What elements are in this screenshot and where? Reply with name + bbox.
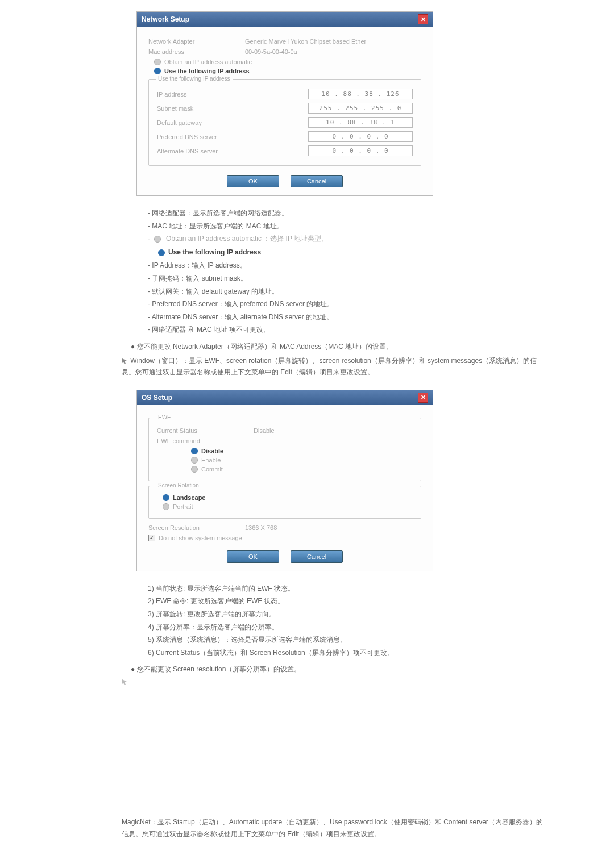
list-item: - Altermate DNS server：输入 alternate DNS … [148,311,546,324]
list-item: Use the following IP address [158,247,546,259]
list-item: - IP Address：输入 IP address。 [148,260,546,272]
radio-icon [163,503,169,510]
ok-button[interactable]: OK [227,175,279,187]
checkbox-label: Do not show system message [159,535,242,541]
list-item: 3) 屏幕旋转: 更改所选客户端的屏幕方向。 [148,608,546,621]
rotation-fieldset: Screen Rotation Landscape Portrait [148,486,421,519]
list-item: - 默认网关：输入 default gateway 的地址。 [148,286,546,298]
list-item: - Obtain an IP address automatic ：选择 IP … [148,233,546,245]
pointer-icon [122,358,128,365]
radio-icon [154,236,161,243]
fieldset-legend: Use the following IP address [156,76,233,82]
close-icon[interactable]: ✕ [418,14,428,24]
subnet-input[interactable]: 255 . 255 . 255 . 0 [308,103,413,114]
cancel-button[interactable]: Cancel [291,175,343,187]
pref-dns-label: Preferred DNS server [157,133,217,140]
ewf-command-label: EWF command [157,437,254,444]
list-item: 6) Current Status（当前状态）和 Screen Resoluti… [148,647,546,660]
gateway-input[interactable]: 10 . 88 . 38 . 1 [308,117,413,128]
radio-icon [154,59,161,65]
note-network: 您不能更改 Network Adapter（网络适配器）和 MAC Addres… [131,342,546,352]
list-item: 1) 当前状态: 显示所选客户端当前的 EWF 状态。 [148,583,546,595]
list-item: - 子网掩码：输入 subnet mask。 [148,273,546,285]
adapter-label: Network Adapter [148,38,245,45]
magicnet-section: MagicNet：显示 Startup（启动）、Automatic update… [122,816,546,840]
network-description-list: - 网络适配器：显示所选客户端的网络适配器。 - MAC 地址：显示所选客户端的… [148,207,546,336]
adapter-value: Generic Marvell Yukon Chipset based Ethe… [245,38,366,45]
dialog-title: Network Setup [142,15,189,23]
radio-commit[interactable]: Commit [191,466,413,473]
ip-fieldset: Use the following IP address IP address1… [148,79,421,166]
list-item: - Preferred DNS server：输入 preferred DNS … [148,298,546,311]
pref-dns-input[interactable]: 0 . 0 . 0 . 0 [308,131,413,142]
resolution-value: 1366 X 768 [245,524,277,531]
cancel-button[interactable]: Cancel [291,550,343,563]
window-section: Window（窗口）：显示 EWF、screen rotation（屏幕旋转）、… [122,355,546,378]
dialog-header: OS Setup ✕ [137,390,433,405]
gateway-label: Default gateway [157,119,202,126]
radio-obtain[interactable]: Obtain an IP address automatic [154,59,421,65]
ip-address-input[interactable]: 10 . 88 . 38 . 126 [308,89,413,99]
checkbox-icon[interactable]: ✓ [148,535,155,541]
ewf-fieldset: EWF Current Status Disable EWF command D… [148,418,421,481]
radio-icon [191,466,198,473]
pointer-only [122,678,546,686]
current-status-label: Current Status [157,427,254,434]
list-item: - 网络适配器 和 MAC 地址 项不可更改。 [148,324,546,336]
subnet-label: Subnet mask [157,105,193,112]
list-item: 5) 系统消息（系统消息）：选择是否显示所选客户端的系统消息。 [148,634,546,646]
radio-icon [158,249,165,256]
radio-enable[interactable]: Enable [191,457,413,464]
ip-label: IP address [157,91,186,98]
resolution-label: Screen Resolution [148,524,245,531]
list-item: - 网络适配器：显示所选客户端的网络适配器。 [148,207,546,220]
current-status-value: Disable [254,427,275,434]
mac-value: 00-09-5a-00-40-0a [245,48,297,55]
radio-disable[interactable]: Disable [191,448,413,454]
fieldset-legend: Screen Rotation [156,482,201,489]
network-setup-dialog: Network Setup ✕ Network Adapter Generic … [136,11,433,196]
pointer-icon [122,679,128,686]
note-os: 您不能更改 Screen resolution（屏幕分辨率）的设置。 [131,665,546,674]
radio-icon [191,448,198,454]
close-icon[interactable]: ✕ [418,393,428,403]
fieldset-legend: EWF [156,414,173,420]
list-item: 4) 屏幕分辨率：显示所选客户端的分辨率。 [148,621,546,634]
radio-following[interactable]: Use the following IP address [154,68,421,74]
os-setup-dialog: OS Setup ✕ EWF Current Status Disable EW… [136,390,433,571]
radio-icon [154,68,161,74]
dialog-header: Network Setup ✕ [137,12,433,27]
dialog-title: OS Setup [142,394,172,402]
os-description-list: 1) 当前状态: 显示所选客户端当前的 EWF 状态。 2) EWF 命令: 更… [148,583,546,660]
list-item: 2) EWF 命令: 更改所选客户端的 EWF 状态。 [148,595,546,608]
alt-dns-input[interactable]: 0 . 0 . 0 . 0 [308,145,413,156]
radio-icon [191,457,198,464]
list-item: - MAC 地址：显示所选客户端的 MAC 地址。 [148,220,546,233]
radio-landscape[interactable]: Landscape [163,494,413,501]
radio-icon [163,494,169,501]
ok-button[interactable]: OK [227,550,279,563]
mac-label: Mac address [148,48,245,55]
radio-portrait[interactable]: Portrait [163,503,413,510]
alt-dns-label: Altermate DNS server [157,148,218,155]
